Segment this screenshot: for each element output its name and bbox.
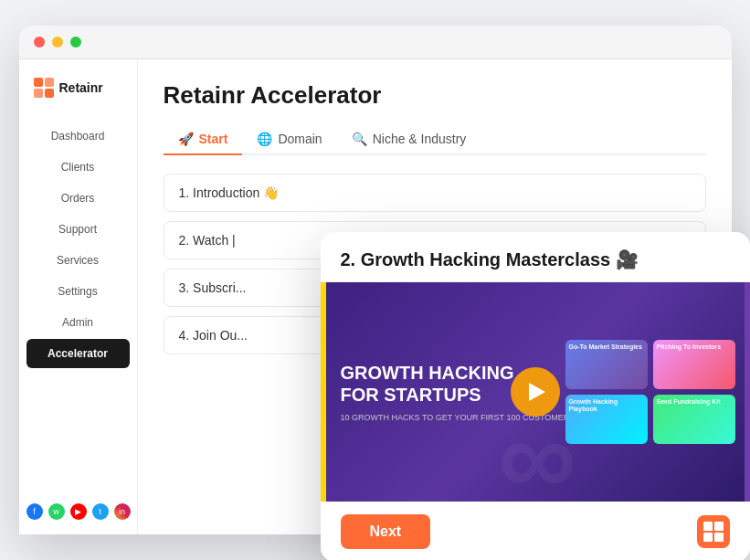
tab-domain[interactable]: 🌐 Domain	[242, 124, 336, 153]
yellow-bar	[321, 282, 326, 502]
tabs: 🚀 Start 🌐 Domain 🔍 Niche & Industry	[164, 124, 706, 155]
sidebar-social: f w ▶ t in	[19, 503, 138, 520]
sidebar-item-accelerator[interactable]: Accelerator	[26, 339, 130, 368]
logo: Retainr	[19, 78, 137, 120]
twitter-icon[interactable]: t	[92, 503, 109, 520]
logo-text: Retainr	[59, 80, 103, 95]
sidebar-nav: Dashboard Clients Orders Support Service…	[19, 122, 137, 368]
sidebar-item-support[interactable]: Support	[26, 215, 130, 244]
facebook-icon[interactable]: f	[26, 503, 43, 520]
card-title: 2. Growth Hacking Masterclass 🎥	[341, 248, 730, 270]
thumbnail-1[interactable]: Go-To Market Strategies	[565, 340, 648, 389]
card-footer: Next	[321, 502, 750, 560]
page-title: Retainr Accelerator	[164, 81, 706, 110]
tab-niche[interactable]: 🔍 Niche & Industry	[337, 124, 481, 153]
thumb-2-label: Pitching To Investors	[657, 343, 722, 351]
next-button[interactable]: Next	[341, 514, 431, 549]
thumb-4-label: Seed Fundraising Kit	[657, 398, 721, 406]
card-header: 2. Growth Hacking Masterclass 🎥	[321, 232, 750, 282]
tab-niche-label: Niche & Industry	[373, 132, 467, 146]
thumbnail-2[interactable]: Pitching To Investors	[653, 340, 735, 389]
step-item-1[interactable]: 1. Introduction 👋	[164, 174, 706, 212]
sidebar-item-services[interactable]: Services	[26, 246, 130, 275]
dot-green[interactable]	[70, 37, 81, 48]
tab-start-emoji: 🚀	[178, 132, 194, 146]
sidebar-item-dashboard[interactable]: Dashboard	[26, 122, 130, 151]
video-subtitle-bold: 10 GROWTH HACKS	[341, 413, 420, 422]
dot-red[interactable]	[34, 37, 45, 48]
browser-window: Retainr Dashboard Clients Orders Support…	[19, 26, 732, 534]
retainr-badge	[697, 515, 730, 548]
sidebar-item-settings[interactable]: Settings	[26, 277, 130, 306]
thumb-3-label: Growth Hacking Playbook	[569, 398, 648, 414]
thumbnail-4[interactable]: Seed Fundraising Kit	[653, 395, 735, 444]
thumb-1-label: Go-To Market Strategies	[569, 343, 642, 351]
purple-bar	[745, 282, 750, 502]
play-triangle-icon	[529, 383, 545, 401]
video-subtitle-rest: TO GET YOUR FIRST 100 CUSTOMERS	[422, 413, 575, 422]
thumbnail-grid: Go-To Market Strategies Pitching To Inve…	[565, 340, 735, 444]
tab-domain-label: Domain	[278, 132, 322, 146]
browser-bar	[19, 26, 732, 59]
sidebar-item-admin[interactable]: Admin	[26, 308, 130, 337]
tab-niche-emoji: 🔍	[352, 132, 367, 146]
sidebar-item-clients[interactable]: Clients	[26, 153, 130, 182]
youtube-icon[interactable]: ▶	[70, 503, 87, 520]
video-container[interactable]: ∞ GROWTH HACKING FOR STARTUPS 10 GROWTH …	[321, 282, 750, 502]
floating-card: 2. Growth Hacking Masterclass 🎥 ∞ GROWTH…	[321, 232, 750, 560]
sidebar: Retainr Dashboard Clients Orders Support…	[19, 59, 138, 534]
dot-yellow[interactable]	[52, 37, 63, 48]
logo-icon	[34, 78, 54, 98]
play-button[interactable]	[511, 367, 560, 417]
whatsapp-icon[interactable]: w	[48, 503, 65, 520]
instagram-icon[interactable]: in	[114, 503, 131, 520]
tab-start-label: Start	[199, 132, 228, 146]
browser-content: Retainr Dashboard Clients Orders Support…	[19, 59, 732, 534]
tab-start[interactable]: 🚀 Start	[164, 124, 243, 153]
thumbnail-3[interactable]: Growth Hacking Playbook	[565, 395, 648, 444]
sidebar-item-orders[interactable]: Orders	[26, 184, 130, 213]
tab-domain-emoji: 🌐	[257, 132, 272, 146]
